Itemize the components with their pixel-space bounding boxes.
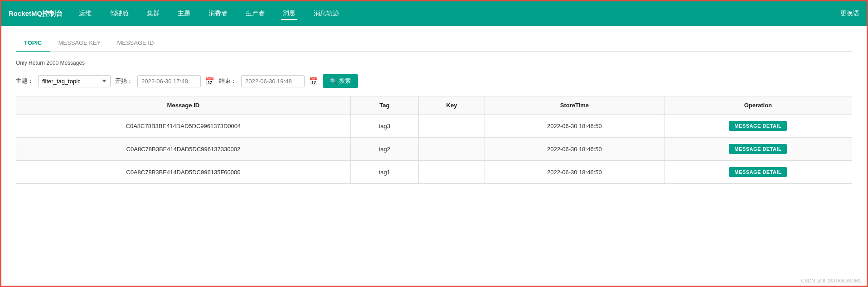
start-calendar-icon[interactable]: 📅 [205,77,214,86]
navbar-item-xiaoxi[interactable]: 消息 [281,7,297,20]
navbar-item-jiashicang[interactable]: 驾驶舱 [108,8,131,19]
cell-tag: tag2 [350,138,418,161]
cell-tag: tag3 [350,115,418,138]
tab-message-key[interactable]: MESSAGE KEY [50,35,109,52]
tab-topic[interactable]: TOPIC [16,35,50,52]
table-header: Message ID Tag Key StoreTime Operation [16,96,852,115]
search-button[interactable]: 🔍 搜索 [323,74,358,88]
navbar-item-zhuti[interactable]: 主题 [176,8,192,19]
col-header-tag: Tag [350,96,418,115]
cell-key [418,161,485,184]
messages-table: Message ID Tag Key StoreTime Operation C… [16,96,852,184]
info-text: Only Return 2000 Messages [16,60,852,66]
cell-store-time: 2022-06-30 18:46:50 [485,161,664,184]
navbar-item-xiaoxiguiji[interactable]: 消息轨迹 [312,8,341,19]
tab-bar: TOPIC MESSAGE KEY MESSAGE ID [16,35,852,52]
cell-message-id: C0A8C78B3BE414DAD5DC9961373D0004 [16,115,351,138]
tab-message-id[interactable]: MESSAGE ID [109,35,162,52]
navbar-extra[interactable]: 更换语 [840,10,859,18]
search-label: 搜索 [339,77,351,85]
navbar: RocketMQ控制台 运维 驾驶舱 集群 主题 消费者 生产者 消息 消息轨迹… [1,1,867,26]
navbar-item-yunwei[interactable]: 运维 [77,8,93,19]
cell-store-time: 2022-06-30 18:46:50 [485,115,664,138]
main-content: TOPIC MESSAGE KEY MESSAGE ID Only Return… [1,26,867,193]
end-calendar-icon[interactable]: 📅 [309,77,318,86]
end-label: 结束： [219,77,237,85]
message-detail-button[interactable]: MESSAGE DETAIL [729,144,787,154]
start-label: 开始： [115,77,133,85]
cell-message-id: C0A8C78B3BE414DAD5DC996137330002 [16,138,351,161]
watermark: CSDN @JH2&HANDSOME [801,278,863,283]
search-icon: 🔍 [330,78,337,85]
topic-select[interactable]: filter_tag_topic [38,75,111,87]
table-row: C0A8C78B3BE414DAD5DC996135F60000 tag1 20… [16,161,852,184]
cell-message-id: C0A8C78B3BE414DAD5DC996135F60000 [16,161,351,184]
cell-tag: tag1 [350,161,418,184]
end-date-input[interactable] [241,75,305,87]
table-body: C0A8C78B3BE414DAD5DC9961373D0004 tag3 20… [16,115,852,184]
cell-store-time: 2022-06-30 18:46:50 [485,138,664,161]
cell-key [418,138,485,161]
table-row: C0A8C78B3BE414DAD5DC996137330002 tag2 20… [16,138,852,161]
col-header-message-id: Message ID [16,96,351,115]
filter-bar: 主题： filter_tag_topic 开始： 📅 结束： 📅 🔍 搜索 [16,74,852,88]
topic-label: 主题： [16,77,34,85]
table-row: C0A8C78B3BE414DAD5DC9961373D0004 tag3 20… [16,115,852,138]
cell-key [418,115,485,138]
cell-operation: MESSAGE DETAIL [664,138,852,161]
navbar-item-xiaofeizhe[interactable]: 消费者 [207,8,229,19]
message-detail-button[interactable]: MESSAGE DETAIL [729,121,787,131]
col-header-operation: Operation [664,96,852,115]
message-detail-button[interactable]: MESSAGE DETAIL [729,167,787,177]
col-header-key: Key [418,96,485,115]
navbar-item-shengchanZhe[interactable]: 生产者 [244,8,267,19]
cell-operation: MESSAGE DETAIL [664,115,852,138]
start-date-input[interactable] [137,75,201,87]
navbar-item-jiqun[interactable]: 集群 [145,8,161,19]
cell-operation: MESSAGE DETAIL [664,161,852,184]
col-header-store-time: StoreTime [485,96,664,115]
navbar-brand[interactable]: RocketMQ控制台 [9,10,63,18]
